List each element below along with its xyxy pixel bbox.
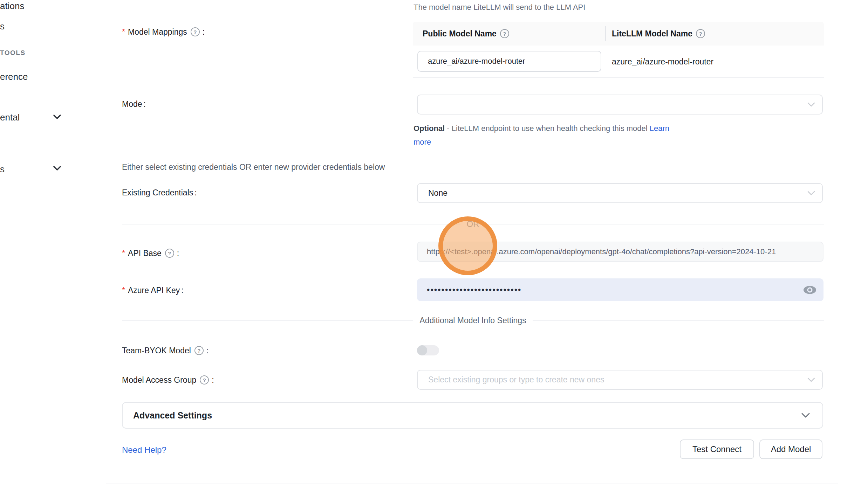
team-byok-toggle[interactable] xyxy=(417,345,439,355)
question-circle-icon[interactable]: ? xyxy=(194,346,204,355)
sidebar-item-api-reference[interactable]: erence xyxy=(0,71,28,82)
sidebar: ations s TOOLS erence ental s xyxy=(0,0,106,485)
add-model-form: The model name LiteLLM will send to the … xyxy=(106,0,838,485)
sidebar-section-tools: TOOLS xyxy=(0,49,26,57)
sidebar-item[interactable]: s xyxy=(0,21,5,32)
required-mark: * xyxy=(122,28,125,36)
select-placeholder: Select existing groups or type to create… xyxy=(428,375,604,384)
model-name-hint: The model name LiteLLM will send to the … xyxy=(414,3,585,12)
model-access-group-select[interactable]: Select existing groups or type to create… xyxy=(417,370,823,390)
required-mark: * xyxy=(122,286,125,295)
additional-settings-divider: Additional Model Info Settings xyxy=(122,316,824,325)
model-access-group-label: Model Access Group ? : xyxy=(122,375,214,384)
sidebar-item-settings[interactable]: s xyxy=(0,164,5,175)
card-bottom-border xyxy=(106,484,838,484)
chevron-down-icon xyxy=(807,102,815,107)
mode-label: Mode : xyxy=(122,100,146,108)
question-circle-icon[interactable]: ? xyxy=(191,27,200,36)
sidebar-item-organizations[interactable]: ations xyxy=(0,1,24,12)
question-circle-icon[interactable]: ? xyxy=(165,249,174,258)
mode-helper-text: Optional - LiteLLM endpoint to use when … xyxy=(414,122,704,149)
chevron-down-icon xyxy=(807,377,815,382)
chevron-down-icon xyxy=(807,191,815,196)
existing-credentials-label: Existing Credentials : xyxy=(122,189,197,197)
masked-password-value: •••••••••••••••••••••••••• xyxy=(427,286,521,294)
question-circle-icon[interactable]: ? xyxy=(696,29,705,38)
model-mappings-label: * Model Mappings ? : xyxy=(122,27,205,36)
column-header-litellm-model-name: LiteLLM Model Name ? xyxy=(612,29,706,39)
chevron-down-icon xyxy=(801,413,810,418)
azure-api-key-input[interactable]: •••••••••••••••••••••••••• xyxy=(417,278,823,301)
learn-more-link[interactable]: Learn xyxy=(650,124,669,133)
question-circle-icon[interactable]: ? xyxy=(500,29,509,38)
advanced-settings-panel[interactable]: Advanced Settings xyxy=(122,402,823,429)
column-header-public-model-name: Public Model Name ? xyxy=(413,29,511,39)
eye-icon[interactable] xyxy=(803,285,816,295)
litellm-model-name-value: azure_ai/azure-model-router xyxy=(612,46,713,78)
need-help-link[interactable]: Need Help? xyxy=(122,445,166,455)
model-mappings-table: Public Model Name ? LiteLLM Model Name ?… xyxy=(413,22,824,78)
column-divider xyxy=(605,26,606,41)
question-circle-icon[interactable]: ? xyxy=(200,375,209,384)
table-header-row: Public Model Name ? LiteLLM Model Name ? xyxy=(413,22,824,46)
api-base-input[interactable]: https://<test>.openai.azure.com/openai/d… xyxy=(417,242,823,262)
api-base-label: * API Base ? : xyxy=(122,249,179,258)
sidebar-item-experimental[interactable]: ental xyxy=(0,112,20,123)
required-mark: * xyxy=(122,249,125,257)
credentials-note: Either select existing credentials OR en… xyxy=(122,162,385,172)
chevron-down-icon[interactable] xyxy=(53,166,61,171)
chevron-down-icon[interactable] xyxy=(53,114,61,120)
add-model-button[interactable]: Add Model xyxy=(759,439,822,459)
team-byok-label: Team-BYOK Model ? : xyxy=(122,346,209,355)
azure-api-key-label: * Azure API Key : xyxy=(122,286,184,295)
public-model-name-input[interactable]: azure_ai/azure-model-router xyxy=(417,51,601,72)
learn-more-link[interactable]: more xyxy=(414,138,431,146)
advanced-settings-title: Advanced Settings xyxy=(133,410,212,421)
existing-credentials-select[interactable]: None xyxy=(417,183,823,203)
or-divider: OR xyxy=(122,219,824,229)
toggle-knob xyxy=(417,345,427,355)
table-row: azure_ai/azure-model-router azure_ai/azu… xyxy=(413,46,824,78)
mode-select[interactable] xyxy=(417,95,823,115)
test-connect-button[interactable]: Test Connect xyxy=(680,439,754,459)
